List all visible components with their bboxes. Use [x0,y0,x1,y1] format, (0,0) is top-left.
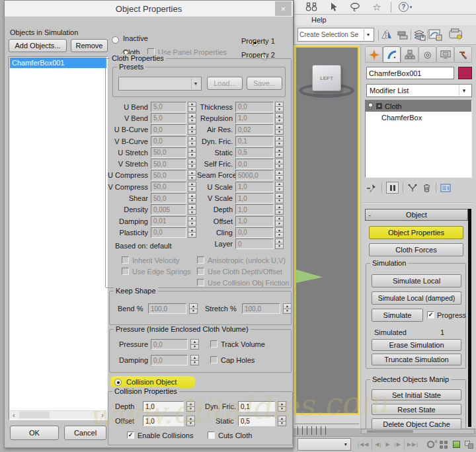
list-hscrollbar[interactable]: ‹ › [10,410,106,419]
zoom-viewport-icon[interactable]: ± [424,439,437,451]
tab-motion[interactable]: ◎ [418,46,436,63]
reset-state-button[interactable]: Reset State [372,404,461,415]
spinner-up-icon[interactable]: ▲ [188,170,196,176]
spinner-down-icon[interactable]: ▼ [188,165,196,170]
spinner-down-icon[interactable]: ▼ [275,187,284,192]
close-icon[interactable]: × [275,1,292,16]
zoom-all-icon[interactable] [437,439,450,451]
spinner-down-icon[interactable]: ▼ [188,233,196,238]
save-button[interactable]: Save... [247,77,282,90]
scene-geometry[interactable] [296,270,323,283]
static-field[interactable]: 0,5 [238,416,275,426]
spinner[interactable]: ▲▼ [278,401,286,412]
spinner[interactable]: ▲▼ [190,355,199,365]
spinner-down-icon[interactable]: ▼ [188,153,196,158]
stack-item-chamferbox[interactable]: ChamferBox [366,112,471,123]
spinner[interactable]: ▲▼ [275,136,284,147]
stretch-percent-field[interactable]: 100,0 [242,303,280,314]
depth-field[interactable]: 1,0 [143,401,184,412]
favorites-star-icon[interactable]: ☆ [369,0,385,15]
lasso-select-icon[interactable] [347,0,363,15]
pressure-field[interactable]: 0,0 [151,339,188,350]
set-initial-state-button[interactable]: Set Initial State [372,389,461,400]
spinner-down-icon[interactable]: ▼ [188,176,196,181]
align-icon[interactable] [395,27,411,43]
viewcube[interactable]: LEFT [312,65,341,91]
tab-create[interactable] [365,46,383,63]
chevron-down-icon[interactable]: ▾ [191,78,200,89]
stack-item-cloth[interactable]: + Cloth [366,100,471,112]
param-field[interactable]: 5000,0 [235,170,274,180]
param-field[interactable]: 50,0 [151,193,186,204]
object-name-field[interactable]: ChamferBox001 [366,67,454,79]
spinner[interactable]: ▲▼ [275,170,284,180]
offset-field[interactable]: 1,0 [143,416,184,426]
menu-help[interactable]: Help [311,16,327,24]
enable-collisions-checkbox[interactable]: ✓ [127,432,134,439]
param-field[interactable]: 50,0 [151,147,186,158]
param-field[interactable]: 0,005 [151,204,186,215]
spinner[interactable]: ▲▼ [275,182,284,192]
object-color-swatch[interactable] [458,67,472,79]
play-button[interactable]: ▶ [385,441,390,447]
param-field[interactable]: 0 [235,239,274,249]
tab-utilities[interactable] [454,46,472,63]
scrollbar-thumb[interactable] [19,412,50,418]
pressure-damping-field[interactable]: 0,0 [151,355,188,365]
layer-manager-icon[interactable] [411,27,427,43]
spinner[interactable]: ▲▼ [190,339,199,350]
param-field[interactable]: 0,0 [235,159,274,169]
modifier-list-dropdown[interactable]: Modifier List ▾ [366,84,472,97]
chevron-down-icon[interactable]: ▾ [364,29,372,40]
tab-display[interactable] [436,46,454,63]
spinner-down-icon[interactable]: ▼ [188,199,196,204]
spinner-up-icon[interactable]: ▲ [188,227,196,233]
list-item-selected[interactable]: ChamferBox001 [10,57,106,68]
spinner-down-icon[interactable]: ▼ [275,221,284,227]
load-button[interactable]: Load... [207,77,243,90]
spinner-down-icon[interactable]: ▼ [188,221,196,227]
spinner-up-icon[interactable]: ▲ [188,159,196,165]
spinner-down-icon[interactable]: ▼ [275,118,284,124]
param-field[interactable]: 0,0 [151,124,186,135]
spinner-up-icon[interactable]: ▲ [188,124,196,130]
spinner[interactable]: ▲▼ [188,147,196,158]
spinner[interactable]: ▲▼ [283,303,292,314]
select-cursor-icon[interactable] [325,0,341,15]
spinner[interactable]: ▲▼ [188,170,196,180]
viewport[interactable]: LEFT [295,46,359,414]
keyfilter-dropdown[interactable]: ▾ [298,438,351,451]
checkbox[interactable]: ✓ [197,279,204,286]
cloth-forces-button[interactable]: Cloth Forces [369,243,463,256]
spinner-down-icon[interactable]: ▼ [275,199,284,204]
delete-object-cache-button[interactable]: Delete Object Cache [372,418,461,430]
spinner[interactable]: ▲▼ [189,303,198,314]
show-end-result-icon[interactable] [386,182,399,194]
cuts-cloth-checkbox[interactable]: ✓ [208,432,215,439]
visibility-bulb-icon[interactable] [368,102,374,110]
spinner-down-icon[interactable]: ▼ [275,107,284,112]
spinner-down-icon[interactable]: ▼ [275,176,284,181]
param-field[interactable]: 0,02 [235,124,274,135]
param-field[interactable]: 5,0 [151,113,186,124]
spinner-down-icon[interactable]: ▼ [188,130,196,135]
spinner[interactable]: ▲▼ [275,216,284,227]
dialog-titlebar[interactable]: Object Properties × [5,1,293,17]
spinner[interactable]: ▲▼ [275,227,284,238]
spinner-up-icon[interactable]: ▲ [188,113,196,119]
spinner[interactable]: ▲▼ [188,227,196,238]
spinner-down-icon[interactable]: ▼ [275,210,284,215]
checkbox[interactable]: ✓ [197,256,204,264]
dyn-fric-field[interactable]: 0,1 [238,401,275,412]
remove-modifier-icon[interactable] [422,183,432,193]
spinner-up-icon[interactable]: ▲ [188,193,196,199]
curve-editor-icon[interactable] [428,27,444,43]
help-icon[interactable]: ? ▾ [397,0,413,15]
simulate-button[interactable]: Simulate [372,309,423,322]
param-field[interactable]: 1,0 [235,204,274,215]
spinner[interactable]: ▲▼ [188,102,196,112]
progress-checkbox[interactable]: ✓ [427,311,434,319]
scroll-left-icon[interactable]: ‹ [10,411,18,419]
go-to-end-button[interactable]: ▶▶| [407,441,418,447]
spinner-up-icon[interactable]: ▲ [188,216,196,222]
